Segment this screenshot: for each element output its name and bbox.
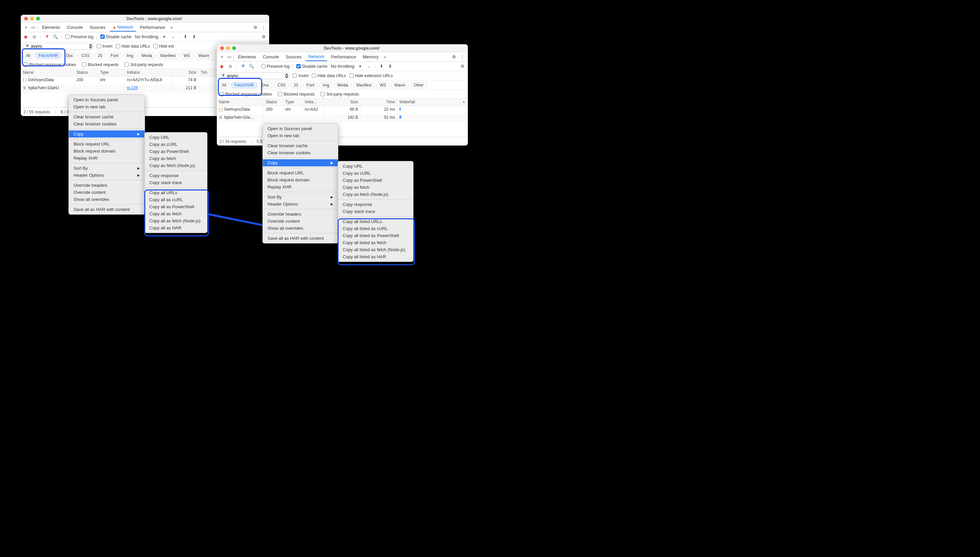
tab-sources[interactable]: Sources bbox=[283, 53, 304, 61]
invert-checkbox[interactable]: Invert bbox=[96, 44, 113, 49]
type-wasm[interactable]: Wasm bbox=[391, 82, 409, 88]
blocked-requests-checkbox[interactable]: Blocked requests bbox=[82, 62, 118, 67]
download-icon[interactable]: ⬇ bbox=[388, 64, 393, 69]
filter-input[interactable] bbox=[227, 73, 283, 78]
type-css[interactable]: CSS bbox=[78, 53, 93, 59]
wifi-icon[interactable]: ⌵ bbox=[170, 34, 176, 39]
tab-elements[interactable]: Elements bbox=[235, 53, 259, 61]
type-manifest[interactable]: Manifest bbox=[157, 53, 178, 59]
tab-elements[interactable]: Elements bbox=[39, 23, 63, 31]
third-party-checkbox[interactable]: 3rd-party requests bbox=[320, 92, 359, 96]
ctx-block-url[interactable]: Block request URL bbox=[69, 140, 145, 148]
col-waterfall[interactable]: Waterfall▲ bbox=[397, 99, 468, 106]
type-css[interactable]: CSS bbox=[274, 82, 289, 88]
tab-performance[interactable]: Performance bbox=[137, 23, 167, 31]
type-img[interactable]: Img bbox=[320, 82, 332, 88]
upload-icon[interactable]: ⬆ bbox=[379, 64, 384, 69]
zoom-icon[interactable] bbox=[36, 17, 40, 20]
copy-all-listed-curl[interactable]: Copy all listed as cURL bbox=[338, 225, 413, 232]
tab-memory[interactable]: Memory bbox=[360, 53, 381, 61]
type-js[interactable]: JS bbox=[95, 53, 105, 59]
blocked-requests-checkbox[interactable]: Blocked requests bbox=[278, 92, 314, 96]
copy-all-listed-powershell[interactable]: Copy all listed as PowerShell bbox=[338, 232, 413, 239]
type-wasm[interactable]: Wasm bbox=[195, 53, 213, 59]
tab-network[interactable]: ▲Network bbox=[110, 23, 136, 31]
wifi-icon[interactable]: ⌵ bbox=[366, 64, 372, 69]
device-icon[interactable]: ▭ bbox=[226, 54, 232, 59]
zoom-icon[interactable] bbox=[232, 46, 236, 50]
clear-icon[interactable]: ⊘ bbox=[227, 64, 233, 69]
throttling-caret-icon[interactable]: ▾ bbox=[358, 64, 363, 69]
hide-ext-urls-checkbox[interactable]: Hide ext bbox=[154, 44, 174, 49]
ctx-save-all-har[interactable]: Save all as HAR with content bbox=[69, 206, 145, 213]
filter-icon[interactable]: ⧩ bbox=[240, 64, 245, 69]
copy-url[interactable]: Copy URL bbox=[145, 134, 207, 141]
ctx-open-new-tab[interactable]: Open in new tab bbox=[69, 103, 145, 110]
ctx-open-sources[interactable]: Open in Sources panel bbox=[263, 125, 338, 132]
ctx-override-content[interactable]: Override content bbox=[263, 218, 338, 225]
ctx-header-options[interactable]: Header Options▶ bbox=[263, 200, 338, 208]
type-media[interactable]: Media bbox=[138, 53, 155, 59]
filter-icon[interactable]: ⧩ bbox=[44, 34, 49, 39]
ctx-save-all-har[interactable]: Save all as HAR with content bbox=[263, 235, 338, 242]
close-icon[interactable] bbox=[24, 17, 28, 20]
clear-filter-icon[interactable]: ✕ bbox=[285, 73, 288, 78]
hide-data-urls-checkbox[interactable]: Hide data URLs bbox=[312, 73, 346, 78]
copy-all-curl[interactable]: Copy all as cURL bbox=[145, 196, 207, 203]
col-type[interactable]: Type bbox=[283, 99, 303, 106]
upload-icon[interactable]: ⬆ bbox=[183, 34, 188, 39]
blocked-cookies-checkbox[interactable]: Blocked response cookies bbox=[219, 92, 272, 96]
copy-all-listed-har[interactable]: Copy all listed as HAR bbox=[338, 253, 413, 260]
col-size[interactable]: Size bbox=[172, 69, 199, 76]
type-ws[interactable]: WS bbox=[181, 53, 193, 59]
type-js[interactable]: JS bbox=[291, 82, 301, 88]
type-doc[interactable]: Doc bbox=[259, 82, 272, 88]
type-all[interactable]: All bbox=[23, 53, 33, 59]
copy-powershell[interactable]: Copy as PowerShell bbox=[338, 177, 413, 184]
copy-all-listed-fetch[interactable]: Copy all listed as fetch bbox=[338, 239, 413, 246]
ctx-override-content[interactable]: Override content bbox=[69, 189, 145, 196]
preserve-log-checkbox[interactable]: Preserve log bbox=[261, 64, 289, 69]
copy-powershell[interactable]: Copy as PowerShell bbox=[145, 148, 207, 155]
type-media[interactable]: Media bbox=[334, 82, 351, 88]
copy-curl[interactable]: Copy as cURL bbox=[145, 141, 207, 148]
col-initiator[interactable]: Initiator bbox=[125, 69, 172, 76]
ctx-clear-cache[interactable]: Clear browser cache bbox=[263, 142, 338, 149]
filter-input[interactable] bbox=[31, 44, 87, 49]
col-initiator[interactable]: Initia… bbox=[303, 99, 323, 106]
hide-data-urls-checkbox[interactable]: Hide data URLs bbox=[116, 44, 150, 49]
table-row[interactable]: { }GetAsyncData 200 xhr rs=AA2 68 B 22 m… bbox=[217, 106, 468, 114]
copy-stack-trace[interactable]: Copy stack trace bbox=[338, 208, 413, 215]
type-font[interactable]: Font bbox=[108, 53, 121, 59]
copy-fetch[interactable]: Copy as fetch bbox=[145, 155, 207, 162]
col-status[interactable]: Status bbox=[75, 69, 98, 76]
copy-response[interactable]: Copy response bbox=[338, 201, 413, 208]
throttling-caret-icon[interactable]: ▾ bbox=[162, 34, 167, 39]
copy-url[interactable]: Copy URL bbox=[338, 163, 413, 170]
ctx-show-overrides[interactable]: Show all overrides bbox=[263, 225, 338, 232]
inspect-icon[interactable]: ⌖ bbox=[219, 54, 225, 60]
record-icon[interactable]: ◉ bbox=[23, 34, 28, 39]
col-name[interactable]: Name bbox=[217, 99, 264, 106]
throttling-select[interactable]: No throttling bbox=[135, 34, 158, 39]
ctx-header-options[interactable]: Header Options▶ bbox=[69, 172, 145, 179]
network-settings-icon[interactable]: ⚙ bbox=[260, 34, 267, 39]
type-fetch-xhr[interactable]: Fetch/XHR bbox=[231, 82, 257, 88]
copy-all-listed-urls[interactable]: Copy all listed URLs bbox=[338, 218, 413, 225]
copy-response[interactable]: Copy response bbox=[145, 172, 207, 179]
download-icon[interactable]: ⬇ bbox=[192, 34, 197, 39]
close-icon[interactable] bbox=[220, 46, 224, 50]
tabs-overflow-icon[interactable]: » bbox=[169, 25, 174, 30]
ctx-copy[interactable]: Copy▶ bbox=[263, 159, 338, 166]
ctx-sort-by[interactable]: Sort By▶ bbox=[69, 164, 145, 172]
copy-fetch[interactable]: Copy as fetch bbox=[338, 184, 413, 191]
copy-all-fetch-node[interactable]: Copy all as fetch (Node.js) bbox=[145, 217, 207, 224]
ctx-clear-cookies[interactable]: Clear browser cookies bbox=[69, 121, 145, 127]
gear-icon[interactable]: ⚙ bbox=[451, 54, 457, 59]
copy-all-powershell[interactable]: Copy all as PowerShell bbox=[145, 203, 207, 210]
type-doc[interactable]: Doc bbox=[63, 53, 76, 59]
ctx-open-sources[interactable]: Open in Sources panel bbox=[69, 96, 145, 103]
gear-icon[interactable]: ⚙ bbox=[252, 25, 259, 30]
clear-icon[interactable]: ⊘ bbox=[31, 34, 37, 39]
ctx-clear-cache[interactable]: Clear browser cache bbox=[69, 113, 145, 121]
